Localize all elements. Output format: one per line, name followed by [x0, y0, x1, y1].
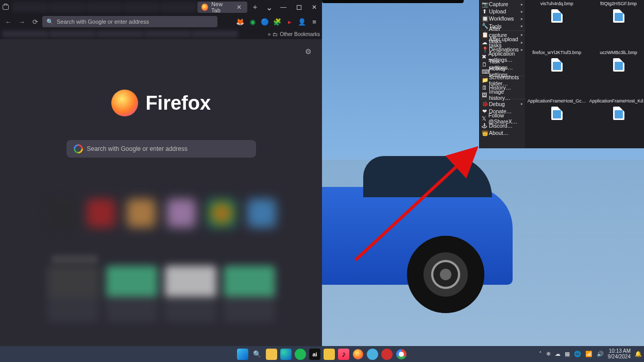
tray-onedrive-icon[interactable]: ☁: [555, 351, 561, 357]
sharex-menu-item[interactable]: 📁Screenshots folder…: [480, 77, 525, 84]
image-file-icon: [551, 58, 563, 72]
window-close-button[interactable]: ✕: [307, 0, 322, 14]
newtab-settings-icon[interactable]: ⚙: [305, 47, 312, 56]
nav-reload-icon[interactable]: ⟳: [29, 15, 41, 28]
firefox-icon: [201, 4, 208, 11]
tabs-dropdown-icon[interactable]: ⌄: [263, 0, 276, 14]
apple-music-icon[interactable]: ♪: [338, 349, 349, 360]
screenshot-thumbnail[interactable]: uczWMBc3lL.bmp: [588, 50, 644, 99]
app-icon-d[interactable]: [381, 349, 393, 360]
edge-icon[interactable]: [280, 349, 292, 360]
file-explorer-icon[interactable]: [266, 349, 277, 360]
screenshot-thumbnail[interactable]: vis7uh4rdq.bmp: [526, 1, 588, 50]
sharex-thumbnails: vis7uh4rdq.bmpf0Qtg2HSGF.bmpfirefox_wYlJ…: [525, 0, 644, 148]
nav-forward-icon[interactable]: →: [15, 15, 28, 28]
sharex-menu-item[interactable]: 🐞Debug▸: [480, 100, 525, 107]
bookmarks-overflow[interactable]: » 🗀 Other Bookmarks: [268, 31, 320, 37]
menu-item-icon: ⬆: [482, 8, 487, 14]
chrome-icon[interactable]: [396, 349, 407, 360]
menu-item-icon: ❤: [482, 108, 487, 114]
chevron-right-icon: »: [268, 31, 271, 37]
bookmarks-toolbar: » 🗀 Other Bookmarks: [0, 29, 322, 39]
sharex-menu-item[interactable]: 👑About…: [480, 129, 525, 136]
tray-wifi-icon[interactable]: 📶: [585, 351, 592, 357]
image-file-icon: [551, 9, 563, 23]
extension-icon-1[interactable]: 🦊: [234, 16, 246, 27]
extension-icon-3[interactable]: 🔵: [259, 16, 270, 27]
thumbnail-filename: uczWMBc3lL.bmp: [588, 50, 644, 55]
start-button[interactable]: [237, 349, 248, 360]
firefox-taskbar-icon[interactable]: [352, 349, 364, 360]
sharex-menu-item[interactable]: 🖼Image history…: [480, 91, 525, 98]
spotify-icon[interactable]: [295, 349, 306, 360]
tray-language-icon[interactable]: 🌐: [574, 351, 581, 357]
wallpaper-car: [291, 187, 513, 285]
tab-close-icon[interactable]: ✕: [235, 4, 243, 11]
submenu-arrow-icon: ▸: [521, 2, 523, 7]
screenshot-thumbnail[interactable]: ApplicationFrameHost_Kd…: [588, 98, 644, 147]
clock-time: 10:13 AM: [608, 349, 631, 354]
list-all-tabs-icon[interactable]: [0, 0, 12, 14]
other-bookmarks-label: Other Bookmarks: [280, 31, 320, 37]
thumbnail-filename: vis7uh4rdq.bmp: [526, 1, 588, 6]
menu-item-label: Capture: [489, 1, 508, 7]
menu-item-icon: 𝕏: [482, 115, 486, 122]
extension-icon-4[interactable]: ▸: [284, 16, 295, 27]
sharex-menu-item[interactable]: 𝕏Follow @ShareX…: [480, 115, 525, 122]
taskbar-clock[interactable]: 10:13 AM 9/24/2024: [608, 349, 631, 359]
menu-item-label: Upload: [489, 8, 506, 14]
image-file-icon: [613, 107, 624, 120]
menu-item-icon: 📷: [482, 1, 487, 8]
screenshot-thumbnail[interactable]: firefox_wYlJKTIuf3.bmp: [526, 50, 588, 99]
newtab-search-input[interactable]: Search with Google or enter address: [66, 140, 256, 158]
system-tray: ˄ ❄ ☁ ▦ 🌐 📶 🔊 10:13 AM 9/24/2024 🔔: [539, 349, 642, 359]
tab-new-tab[interactable]: New Tab ✕: [197, 2, 247, 13]
sharex-menu-item[interactable]: ⬆Upload▸: [480, 8, 525, 15]
menu-item-icon: 🕹: [482, 123, 487, 129]
top-sites-blurred: [46, 199, 276, 228]
window-maximize-button[interactable]: [291, 0, 307, 14]
menu-item-icon: 📋: [482, 31, 487, 38]
sharex-menu-item[interactable]: 📷Capture▸: [480, 1, 525, 8]
menu-item-label: Workflows: [489, 15, 514, 22]
window-minimize-button[interactable]: —: [276, 0, 291, 14]
sharex-menu-item[interactable]: ☁After upload tasks▸: [480, 39, 525, 46]
extensions-icon[interactable]: 🧩: [272, 16, 283, 27]
extension-icon-2[interactable]: ◉: [247, 16, 258, 27]
menu-item-icon: 🔲: [482, 15, 487, 22]
folder-icon: 🗀: [273, 31, 278, 37]
screenshot-thumbnail[interactable]: ApplicationFrameHost_Gc…: [526, 98, 588, 147]
tray-chevron-icon[interactable]: ˄: [539, 351, 542, 357]
urlbar[interactable]: 🔍 Search with Google or enter address: [42, 16, 217, 27]
image-file-icon: [551, 107, 563, 120]
app-icon-b[interactable]: [324, 349, 335, 360]
app-icon-a[interactable]: ai: [309, 349, 320, 360]
sharex-menu-item[interactable]: 🕹Discord…: [480, 122, 525, 129]
firefox-logo-icon: [111, 90, 138, 116]
tray-icon-2[interactable]: ▦: [565, 351, 570, 357]
tray-icon-1[interactable]: ❄: [546, 351, 551, 357]
taskbar-search-icon[interactable]: 🔍: [251, 349, 263, 360]
account-icon[interactable]: 👤: [296, 16, 308, 27]
menu-item-label: About…: [489, 130, 509, 136]
notifications-icon[interactable]: 🔔: [635, 351, 642, 357]
tray-volume-icon[interactable]: 🔊: [597, 351, 604, 357]
windows-taskbar: 🔍 ai ♪ ˄ ❄ ☁ ▦ 🌐 📶 🔊 10:13 AM 9/24/2024 …: [0, 346, 644, 362]
screenshot-thumbnail[interactable]: f0Qtg2HSGF.bmp: [588, 1, 644, 50]
thumbnail-filename: f0Qtg2HSGF.bmp: [588, 1, 644, 6]
menu-item-label: Discord…: [489, 123, 513, 129]
submenu-arrow-icon: ▸: [521, 9, 523, 14]
newtab-search-placeholder: Search with Google or enter address: [87, 145, 188, 152]
other-window-edge: [322, 0, 464, 3]
app-icon-c[interactable]: [367, 349, 378, 360]
menu-item-icon: 📁: [482, 77, 487, 83]
new-tab-button[interactable]: ＋: [247, 0, 263, 14]
menu-item-icon: ☁: [482, 39, 487, 45]
sharex-menu-item[interactable]: 🔲Workflows▸: [480, 15, 525, 22]
nav-back-icon[interactable]: ←: [2, 15, 14, 28]
submenu-arrow-icon: ▸: [521, 40, 523, 45]
urlbar-placeholder: Search with Google or enter address: [57, 19, 149, 25]
blurred-tabs: [12, 0, 197, 14]
app-menu-icon[interactable]: ≡: [309, 16, 320, 27]
submenu-arrow-icon: ▸: [521, 24, 523, 28]
